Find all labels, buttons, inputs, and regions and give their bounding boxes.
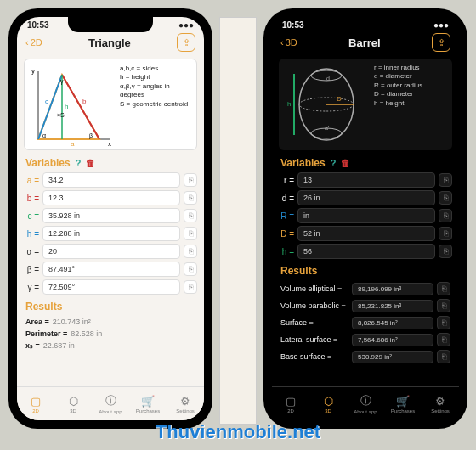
- var-input[interactable]: 72.509°: [42, 279, 180, 295]
- result-value: 7,564.686 in²: [352, 334, 434, 346]
- var-input[interactable]: 26 in: [298, 190, 435, 205]
- status-icons: ●●●: [434, 20, 449, 30]
- tab-about-app[interactable]: ⓘAbout app: [347, 387, 384, 420]
- share-icon[interactable]: ⇪: [432, 33, 450, 52]
- tab-label: Settings: [431, 408, 450, 413]
- var-input[interactable]: 52 in: [298, 226, 435, 241]
- watermark: Thuvienmobile.net: [156, 421, 320, 443]
- copy-icon[interactable]: ⎘: [184, 280, 197, 294]
- copy-icon[interactable]: ⎘: [437, 350, 450, 363]
- copy-icon[interactable]: ⎘: [437, 299, 450, 312]
- copy-icon[interactable]: ⎘: [439, 173, 452, 187]
- diagram-triangle: y x c b a h ×S α β γ a,b,c = sides h = h…: [24, 59, 197, 150]
- svg-text:d: d: [326, 76, 330, 82]
- var-input[interactable]: 12.288 in: [42, 226, 180, 241]
- var-input[interactable]: 12.3: [42, 190, 180, 205]
- copy-icon[interactable]: ⎘: [184, 262, 197, 276]
- copy-icon[interactable]: ⎘: [437, 316, 450, 329]
- svg-text:α: α: [42, 132, 46, 138]
- copy-icon[interactable]: ⎘: [439, 245, 452, 258]
- copy-icon[interactable]: ⎘: [184, 209, 197, 222]
- phone-left: 10:53 ●●● ‹ 2D Triangle ⇪ y x c b a h ×: [8, 8, 212, 429]
- copy-icon[interactable]: ⎘: [437, 282, 450, 295]
- var-label: r =: [279, 176, 294, 185]
- tab-icon: 🛒: [396, 395, 410, 408]
- help-icon[interactable]: ?: [331, 158, 337, 168]
- variable-row: D = 52 in ⎘: [279, 226, 452, 241]
- tab-label: About app: [99, 409, 122, 414]
- var-input[interactable]: 34.2: [42, 172, 180, 188]
- legend-line: R = outer radius: [374, 82, 422, 90]
- share-icon[interactable]: ⇪: [177, 33, 196, 52]
- legend-line: a,b,c = sides: [120, 65, 188, 73]
- tab-3d[interactable]: ⬡3D: [309, 387, 347, 420]
- section-label: Variables: [280, 157, 326, 169]
- result-row: Perimeter = 82.528 in: [17, 328, 204, 340]
- tab-2d[interactable]: ▢2D: [17, 387, 54, 420]
- var-input[interactable]: 13: [298, 172, 435, 188]
- var-label: c =: [24, 211, 39, 221]
- back-button[interactable]: ‹ 3D: [280, 37, 298, 48]
- ruler-background: [219, 17, 257, 425]
- var-input[interactable]: 87.491°: [42, 262, 180, 277]
- tab-settings[interactable]: ⚙Settings: [167, 387, 204, 420]
- result-row: Volume parabolic = 85,231.825 in³ ⎘: [272, 297, 459, 314]
- barrel-svg: D d h a': [284, 64, 369, 145]
- section-label: Results: [280, 265, 317, 277]
- copy-icon[interactable]: ⎘: [437, 333, 450, 346]
- legend-line: h = height: [374, 99, 422, 108]
- tab-about-app[interactable]: ⓘAbout app: [92, 387, 129, 420]
- var-input[interactable]: 56: [298, 244, 435, 259]
- copy-icon[interactable]: ⎘: [184, 245, 197, 258]
- variable-row: d = 26 in ⎘: [279, 190, 452, 205]
- tab-3d[interactable]: ⬡3D: [54, 387, 92, 420]
- var-label: b =: [24, 194, 39, 203]
- tab-purchases[interactable]: 🛒Purchases: [129, 387, 167, 420]
- copy-icon[interactable]: ⎘: [184, 227, 197, 240]
- tab-settings[interactable]: ⚙Settings: [422, 387, 459, 420]
- header: ‹ 2D Triangle ⇪: [17, 30, 204, 55]
- result-rows: Volume elliptical = 89,196.099 in³ ⎘Volu…: [272, 280, 459, 365]
- status-time: 10:53: [27, 20, 49, 30]
- result-value: 22.687 in: [43, 341, 75, 350]
- result-label: Volume parabolic =: [280, 301, 348, 310]
- svg-text:β: β: [89, 132, 93, 139]
- svg-text:c: c: [45, 98, 48, 105]
- back-button[interactable]: ‹ 2D: [26, 37, 42, 48]
- copy-icon[interactable]: ⎘: [184, 173, 197, 187]
- result-value: 85,231.825 in³: [352, 300, 434, 312]
- phone-right: 10:53 ●●● ‹ 3D Barrel ⇪ D d h a' r = inn…: [264, 8, 468, 429]
- legend-line: d = diameter: [374, 72, 422, 81]
- help-icon[interactable]: ?: [76, 158, 82, 168]
- variable-row: h = 12.288 in ⎘: [24, 226, 197, 241]
- var-input[interactable]: 20: [42, 244, 180, 259]
- copy-icon[interactable]: ⎘: [439, 227, 452, 240]
- variable-row: a = 34.2 ⎘: [24, 172, 197, 188]
- variable-row: h = 56 ⎘: [279, 244, 452, 259]
- tab-2d[interactable]: ▢2D: [272, 387, 309, 420]
- tab-label: 3D: [70, 408, 76, 413]
- svg-text:y: y: [31, 67, 35, 75]
- trash-icon[interactable]: 🗑: [341, 158, 350, 168]
- result-row: Surface = 8,826.545 in² ⎘: [272, 314, 459, 331]
- variable-rows: a = 34.2 ⎘b = 12.3 ⎘c = 35.928 in ⎘h = 1…: [17, 172, 204, 295]
- back-label: 3D: [286, 37, 298, 48]
- variable-row: R = in ⎘: [279, 208, 452, 223]
- diagram-barrel: D d h a' r = inner radius d = diameter R…: [279, 59, 452, 150]
- result-label: Surface =: [280, 318, 348, 327]
- screen-left: 10:53 ●●● ‹ 2D Triangle ⇪ y x c b a h ×: [17, 17, 204, 420]
- var-label: γ =: [24, 283, 39, 292]
- var-input[interactable]: in: [298, 208, 435, 223]
- var-input[interactable]: 35.928 in: [42, 208, 180, 223]
- notch: [323, 17, 408, 32]
- trash-icon[interactable]: 🗑: [86, 158, 95, 168]
- legend-line: S = geometric centroid: [120, 100, 188, 109]
- var-label: h =: [24, 229, 39, 239]
- copy-icon[interactable]: ⎘: [439, 191, 452, 205]
- svg-text:a': a': [325, 125, 329, 131]
- svg-text:a: a: [71, 140, 75, 146]
- tab-label: 3D: [325, 408, 332, 413]
- copy-icon[interactable]: ⎘: [439, 209, 452, 222]
- tab-purchases[interactable]: 🛒Purchases: [384, 387, 422, 420]
- copy-icon[interactable]: ⎘: [184, 191, 197, 205]
